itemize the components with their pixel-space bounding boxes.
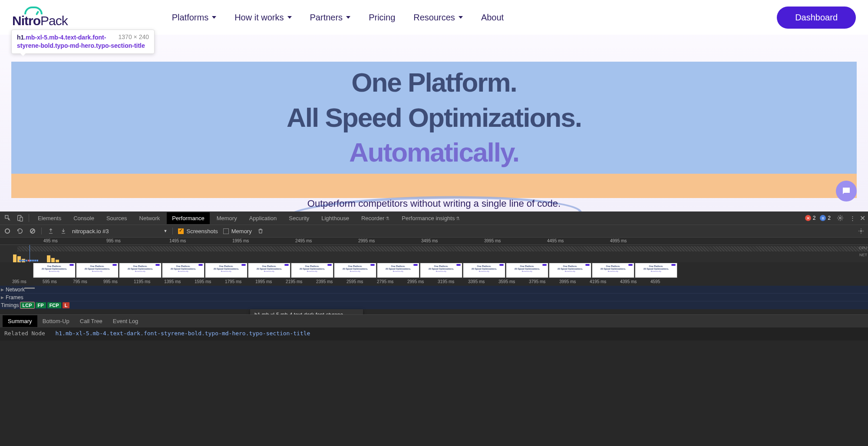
ruler-tick: 995 ms — [106, 238, 121, 243]
track-frames[interactable]: ▶Frames — [0, 294, 663, 301]
timing-fcp-badge[interactable]: FCP — [47, 302, 61, 308]
ruler-tick: 1595 ms — [195, 279, 211, 284]
clear-icon[interactable] — [29, 228, 36, 235]
tab-console[interactable]: Console — [68, 212, 99, 224]
filmstrip-frame[interactable]: One Platform.All Speed Optimizations.Aut… — [162, 263, 205, 278]
nav-label: Platforms — [172, 13, 208, 23]
filmstrip-frame[interactable]: One Platform.All Speed Optimizations.Aut… — [377, 263, 419, 278]
tab-event-log[interactable]: Event Log — [108, 315, 144, 327]
track-label: Network — [6, 287, 25, 293]
overview-ruler[interactable]: 495 ms995 ms1495 ms1995 ms2495 ms2995 ms… — [0, 238, 663, 245]
filmstrip-frame[interactable]: One Platform.All Speed Optimizations.Aut… — [420, 263, 462, 278]
checkbox-icon — [223, 228, 229, 234]
nav-about[interactable]: About — [481, 13, 504, 23]
logo[interactable]: NitroPack — [12, 7, 68, 28]
filmstrip-frame[interactable]: One Platform.All Speed Optimizations.Aut… — [205, 263, 248, 278]
nav-label: Partners — [310, 13, 343, 23]
tab-bottom-up[interactable]: Bottom-Up — [37, 315, 75, 327]
record-icon[interactable] — [3, 228, 11, 235]
element-inspector-tooltip: 1370 × 240 h1.mb-xl-5.mb-4.text-dark.fon… — [11, 30, 155, 54]
ruler-tick: 995 ms — [103, 279, 118, 284]
nav-how-it-works[interactable]: How it works — [234, 13, 291, 23]
tab-performance-insights[interactable]: Performance insights⚗ — [396, 212, 465, 224]
device-toggle-icon[interactable] — [17, 215, 23, 221]
logo-text: Pack — [40, 13, 68, 28]
ruler-tick: 4995 ms — [610, 238, 627, 243]
tab-summary[interactable]: Summary — [3, 315, 37, 327]
tab-application[interactable]: Application — [244, 212, 282, 224]
filmstrip-frame[interactable]: One Platform.All Speed Optimizations.Aut… — [291, 263, 333, 278]
ruler-tick: 3795 ms — [529, 279, 545, 284]
timing-l-badge[interactable]: L — [63, 302, 70, 308]
summary-tabs: Summary Bottom-Up Call Tree Event Log — [0, 314, 663, 327]
tab-recorder[interactable]: Recorder⚗ — [356, 212, 395, 224]
flame-ruler[interactable]: 395 ms595 ms795 ms995 ms1195 ms1395 ms15… — [0, 278, 663, 286]
timing-lcp-badge[interactable]: LCP — [20, 302, 34, 308]
svg-rect-2 — [20, 217, 23, 221]
ruler-tick: 2595 ms — [347, 279, 363, 284]
filmstrip-frame[interactable]: One Platform.All Speed Optimizations.Aut… — [76, 263, 119, 278]
ruler-tick: 2395 ms — [316, 279, 333, 284]
tab-network[interactable]: Network — [134, 212, 165, 224]
checkbox-label: Memory — [231, 228, 252, 235]
trash-icon[interactable] — [257, 228, 264, 235]
ruler-tick: 3195 ms — [438, 279, 454, 284]
detail-label: Related Node — [4, 330, 45, 337]
tab-memory[interactable]: Memory — [211, 212, 242, 224]
devtools-tabs: Elements Console Sources Network Perform… — [0, 211, 663, 225]
upload-icon[interactable] — [47, 228, 54, 235]
tab-call-tree[interactable]: Call Tree — [75, 315, 108, 327]
ruler-tick: 395 ms — [12, 279, 26, 284]
track-network[interactable]: ▶Network — [0, 286, 663, 294]
filmstrip-frame[interactable]: One Platform.All Speed Optimizations.Aut… — [506, 263, 548, 278]
expand-icon: ▶ — [1, 287, 4, 292]
filmstrip-frame[interactable]: One Platform.All Speed Optimizations.Aut… — [248, 263, 290, 278]
ruler-tick: 3495 ms — [421, 238, 438, 243]
ruler-tick: 1995 ms — [255, 279, 272, 284]
filmstrip-frame[interactable]: One Platform.All Speed Optimizations.Aut… — [463, 263, 505, 278]
ruler-tick: 795 ms — [73, 279, 87, 284]
nav-pricing[interactable]: Pricing — [369, 13, 395, 23]
ruler-tick: 1395 ms — [164, 279, 181, 284]
filmstrip-frame[interactable]: One Platform.All Speed Optimizations.Aut… — [549, 263, 591, 278]
screenshots-filmstrip[interactable]: One Platform.All Speed Optimizations.Aut… — [0, 262, 663, 278]
overview-strip[interactable]: CPU NET — [0, 245, 663, 262]
chevron-down-icon — [459, 16, 463, 19]
svg-line-6 — [31, 229, 34, 233]
timing-fp-badge[interactable]: FP — [36, 302, 46, 308]
nav-partners[interactable]: Partners — [310, 13, 351, 23]
detail-value[interactable]: h1.mb-xl-5.mb-4.text-dark.font-styrene-b… — [55, 330, 310, 337]
tab-sources[interactable]: Sources — [101, 212, 132, 224]
filmstrip-frame[interactable]: One Platform.All Speed Optimizations.Aut… — [592, 263, 634, 278]
download-icon[interactable] — [59, 228, 67, 235]
tab-elements[interactable]: Elements — [33, 212, 66, 224]
nav-label: About — [481, 13, 504, 23]
performance-toolbar: nitropack.io #3▼ Screenshots Memory — [0, 225, 663, 238]
tab-performance[interactable]: Performance — [167, 212, 209, 224]
screenshots-checkbox[interactable]: Screenshots — [178, 228, 218, 235]
ruler-tick: 2995 ms — [407, 279, 424, 284]
reload-icon[interactable] — [16, 228, 23, 235]
ruler-tick: 2495 ms — [295, 238, 312, 243]
checkbox-label: Screenshots — [186, 228, 218, 235]
ruler-tick: 4395 ms — [620, 279, 637, 284]
nav-resources[interactable]: Resources — [413, 13, 463, 23]
nav-platforms[interactable]: Platforms — [172, 13, 216, 23]
tooltip-dimensions: 1370 × 240 — [119, 33, 149, 40]
ruler-tick: 1795 ms — [225, 279, 241, 284]
ruler-tick: 495 ms — [43, 238, 58, 243]
tab-lighthouse[interactable]: Lighthouse — [316, 212, 354, 224]
devtools-panel: Elements Console Sources Network Perform… — [0, 211, 663, 340]
filmstrip-frame[interactable]: One Platform.All Speed Optimizations.Aut… — [119, 263, 162, 278]
filmstrip-frame[interactable]: One Platform.All Speed Optimizations.Aut… — [635, 263, 663, 278]
filmstrip-frame[interactable]: One Platform.All Speed Optimizations.Aut… — [33, 263, 76, 278]
session-select[interactable]: nitropack.io #3▼ — [72, 228, 167, 235]
ruler-tick: 2995 ms — [358, 238, 375, 243]
tooltip-tag: h1 — [17, 34, 24, 41]
filmstrip-frame[interactable]: One Platform.All Speed Optimizations.Aut… — [334, 263, 376, 278]
inspect-icon[interactable] — [4, 215, 11, 221]
track-timings[interactable]: Timings LCP FP FCP L — [0, 301, 663, 309]
tab-security[interactable]: Security — [284, 212, 314, 224]
memory-checkbox[interactable]: Memory — [223, 228, 252, 235]
session-label: nitropack.io #3 — [72, 228, 109, 235]
